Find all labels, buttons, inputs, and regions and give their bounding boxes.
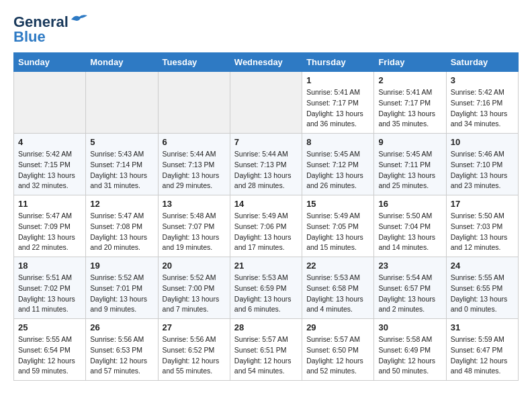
day-info: Sunrise: 5:53 AMSunset: 6:58 PMDaylight:… <box>306 273 369 315</box>
calendar-cell: 2 Sunrise: 5:41 AMSunset: 7:17 PMDayligh… <box>374 72 446 134</box>
day-info: Sunrise: 5:50 AMSunset: 7:04 PMDaylight:… <box>378 211 441 253</box>
day-number: 3 <box>451 75 514 85</box>
calendar-cell <box>158 72 230 134</box>
column-header-saturday: Saturday <box>446 53 518 72</box>
day-number: 12 <box>90 199 153 209</box>
day-info: Sunrise: 5:58 AMSunset: 6:49 PMDaylight:… <box>378 334 441 377</box>
day-info: Sunrise: 5:41 AMSunset: 7:17 PMDaylight:… <box>378 87 441 130</box>
calendar-cell: 20 Sunrise: 5:52 AMSunset: 7:00 PMDaylig… <box>158 257 230 319</box>
day-info: Sunrise: 5:55 AMSunset: 6:54 PMDaylight:… <box>18 334 81 377</box>
calendar-cell: 30 Sunrise: 5:58 AMSunset: 6:49 PMDaylig… <box>374 319 446 381</box>
day-number: 21 <box>234 261 298 271</box>
day-number: 9 <box>378 137 441 147</box>
day-number: 7 <box>234 137 298 147</box>
day-number: 27 <box>163 322 226 332</box>
day-number: 31 <box>451 322 514 332</box>
day-info: Sunrise: 5:48 AMSunset: 7:07 PMDaylight:… <box>163 211 226 253</box>
day-info: Sunrise: 5:46 AMSunset: 7:10 PMDaylight:… <box>451 149 514 191</box>
column-header-sunday: Sunday <box>14 53 86 72</box>
week-row-4: 18 Sunrise: 5:51 AMSunset: 7:02 PMDaylig… <box>14 257 519 319</box>
calendar-cell <box>230 72 302 134</box>
day-info: Sunrise: 5:45 AMSunset: 7:11 PMDaylight:… <box>378 149 441 191</box>
day-info: Sunrise: 5:47 AMSunset: 7:09 PMDaylight:… <box>18 211 81 253</box>
day-number: 18 <box>18 261 81 271</box>
column-header-tuesday: Tuesday <box>158 53 230 72</box>
day-number: 8 <box>306 137 369 147</box>
calendar-cell: 10 Sunrise: 5:46 AMSunset: 7:10 PMDaylig… <box>446 134 518 195</box>
day-info: Sunrise: 5:47 AMSunset: 7:08 PMDaylight:… <box>90 211 153 253</box>
day-number: 19 <box>90 261 153 271</box>
day-info: Sunrise: 5:49 AMSunset: 7:06 PMDaylight:… <box>234 211 298 253</box>
calendar-cell: 25 Sunrise: 5:55 AMSunset: 6:54 PMDaylig… <box>14 319 86 381</box>
column-header-monday: Monday <box>86 53 158 72</box>
calendar-cell: 4 Sunrise: 5:42 AMSunset: 7:15 PMDayligh… <box>14 134 86 195</box>
day-info: Sunrise: 5:49 AMSunset: 7:05 PMDaylight:… <box>306 211 369 253</box>
day-number: 14 <box>234 199 298 209</box>
week-row-5: 25 Sunrise: 5:55 AMSunset: 6:54 PMDaylig… <box>14 319 519 381</box>
day-number: 23 <box>378 261 441 271</box>
calendar-cell: 9 Sunrise: 5:45 AMSunset: 7:11 PMDayligh… <box>374 134 446 195</box>
calendar-cell: 28 Sunrise: 5:57 AMSunset: 6:51 PMDaylig… <box>230 319 302 381</box>
day-info: Sunrise: 5:53 AMSunset: 6:59 PMDaylight:… <box>234 273 298 315</box>
day-number: 13 <box>163 199 226 209</box>
day-info: Sunrise: 5:45 AMSunset: 7:12 PMDaylight:… <box>306 149 369 191</box>
column-header-wednesday: Wednesday <box>230 53 302 72</box>
day-number: 26 <box>90 322 153 332</box>
day-number: 16 <box>378 199 441 209</box>
day-number: 1 <box>306 75 369 85</box>
calendar-cell: 22 Sunrise: 5:53 AMSunset: 6:58 PMDaylig… <box>302 257 374 319</box>
day-info: Sunrise: 5:43 AMSunset: 7:14 PMDaylight:… <box>90 149 153 191</box>
day-number: 29 <box>306 322 369 332</box>
page-header: General Blue <box>13 13 519 46</box>
day-number: 30 <box>378 322 441 332</box>
day-number: 24 <box>451 261 514 271</box>
column-header-friday: Friday <box>374 53 446 72</box>
logo-bird-icon <box>70 13 89 26</box>
day-info: Sunrise: 5:41 AMSunset: 7:17 PMDaylight:… <box>306 87 369 130</box>
day-info: Sunrise: 5:44 AMSunset: 7:13 PMDaylight:… <box>234 149 298 191</box>
calendar-cell: 12 Sunrise: 5:47 AMSunset: 7:08 PMDaylig… <box>86 195 158 257</box>
calendar-cell: 15 Sunrise: 5:49 AMSunset: 7:05 PMDaylig… <box>302 195 374 257</box>
day-info: Sunrise: 5:42 AMSunset: 7:16 PMDaylight:… <box>451 87 514 130</box>
calendar-cell: 13 Sunrise: 5:48 AMSunset: 7:07 PMDaylig… <box>158 195 230 257</box>
day-info: Sunrise: 5:52 AMSunset: 7:00 PMDaylight:… <box>163 273 226 315</box>
day-number: 20 <box>163 261 226 271</box>
header-row: SundayMondayTuesdayWednesdayThursdayFrid… <box>14 53 519 72</box>
calendar-cell: 11 Sunrise: 5:47 AMSunset: 7:09 PMDaylig… <box>14 195 86 257</box>
logo: General Blue <box>13 13 89 46</box>
day-number: 4 <box>18 137 81 147</box>
day-number: 5 <box>90 137 153 147</box>
day-number: 25 <box>18 322 81 332</box>
column-header-thursday: Thursday <box>302 53 374 72</box>
calendar-cell: 5 Sunrise: 5:43 AMSunset: 7:14 PMDayligh… <box>86 134 158 195</box>
day-info: Sunrise: 5:44 AMSunset: 7:13 PMDaylight:… <box>163 149 226 191</box>
calendar-cell: 16 Sunrise: 5:50 AMSunset: 7:04 PMDaylig… <box>374 195 446 257</box>
calendar-cell: 3 Sunrise: 5:42 AMSunset: 7:16 PMDayligh… <box>446 72 518 134</box>
day-info: Sunrise: 5:51 AMSunset: 7:02 PMDaylight:… <box>18 273 81 315</box>
calendar-cell <box>86 72 158 134</box>
calendar-cell: 1 Sunrise: 5:41 AMSunset: 7:17 PMDayligh… <box>302 72 374 134</box>
calendar-cell <box>14 72 86 134</box>
calendar-cell: 7 Sunrise: 5:44 AMSunset: 7:13 PMDayligh… <box>230 134 302 195</box>
calendar-cell: 17 Sunrise: 5:50 AMSunset: 7:03 PMDaylig… <box>446 195 518 257</box>
day-info: Sunrise: 5:54 AMSunset: 6:57 PMDaylight:… <box>378 273 441 315</box>
week-row-2: 4 Sunrise: 5:42 AMSunset: 7:15 PMDayligh… <box>14 134 519 195</box>
calendar-cell: 19 Sunrise: 5:52 AMSunset: 7:01 PMDaylig… <box>86 257 158 319</box>
calendar-cell: 18 Sunrise: 5:51 AMSunset: 7:02 PMDaylig… <box>14 257 86 319</box>
calendar-cell: 29 Sunrise: 5:57 AMSunset: 6:50 PMDaylig… <box>302 319 374 381</box>
day-info: Sunrise: 5:42 AMSunset: 7:15 PMDaylight:… <box>18 149 81 191</box>
calendar-cell: 26 Sunrise: 5:56 AMSunset: 6:53 PMDaylig… <box>86 319 158 381</box>
day-number: 22 <box>306 261 369 271</box>
day-number: 15 <box>306 199 369 209</box>
day-number: 2 <box>378 75 441 85</box>
day-info: Sunrise: 5:57 AMSunset: 6:51 PMDaylight:… <box>234 334 298 377</box>
day-info: Sunrise: 5:57 AMSunset: 6:50 PMDaylight:… <box>306 334 369 377</box>
day-number: 6 <box>163 137 226 147</box>
week-row-3: 11 Sunrise: 5:47 AMSunset: 7:09 PMDaylig… <box>14 195 519 257</box>
day-info: Sunrise: 5:56 AMSunset: 6:52 PMDaylight:… <box>163 334 226 377</box>
day-info: Sunrise: 5:55 AMSunset: 6:55 PMDaylight:… <box>451 273 514 315</box>
day-info: Sunrise: 5:56 AMSunset: 6:53 PMDaylight:… <box>90 334 153 377</box>
calendar-cell: 6 Sunrise: 5:44 AMSunset: 7:13 PMDayligh… <box>158 134 230 195</box>
day-number: 10 <box>451 137 514 147</box>
day-info: Sunrise: 5:59 AMSunset: 6:47 PMDaylight:… <box>451 334 514 377</box>
